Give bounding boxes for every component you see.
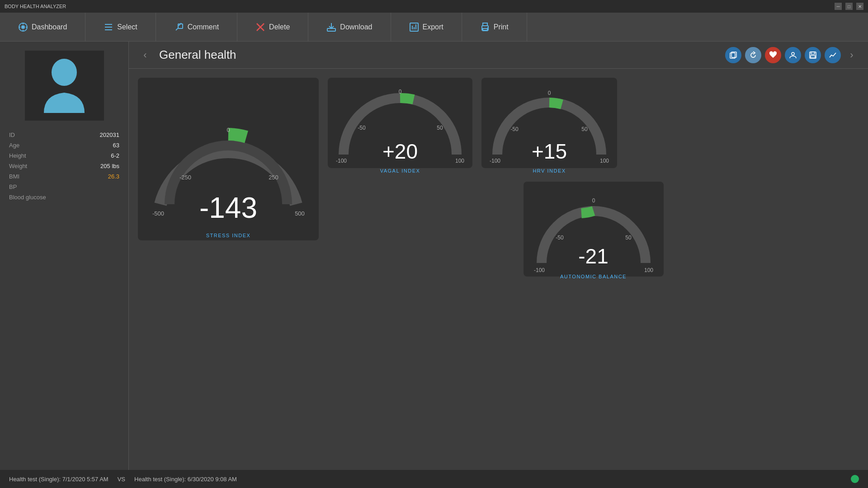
svg-text:-250: -250 [179,174,191,181]
id-label: ID [9,131,15,138]
download-icon [326,22,336,32]
heart-tool-button[interactable] [765,47,781,63]
bmi-value: 26.3 [108,173,119,180]
user-age-row: Age 63 [9,140,119,150]
svg-text:0: 0 [226,127,230,133]
maximize-button[interactable]: □ [845,3,853,10]
toolbar-comment-label: Comment [188,23,219,31]
save-tool-button[interactable] [805,47,821,63]
bmi-label: BMI [9,173,19,180]
comment-icon [174,22,184,32]
svg-text:50: 50 [581,126,588,132]
top-gauges-row: -100 -50 0 50 100 +20 VAGAL INDEX [328,78,859,177]
copy-tool-button[interactable] [725,47,741,63]
user-bmi-row: BMI 26.3 [9,171,119,182]
toolbar-delete[interactable]: Delete [237,13,308,41]
status-vs: VS [118,476,125,483]
svg-rect-21 [483,23,487,26]
hrv-label: HRV INDEX [481,168,617,174]
status-test1: Health test (Single): 7/1/2020 5:57 AM [9,476,108,483]
user-id-row: ID 202031 [9,130,119,140]
right-gauges: -100 -50 0 50 100 +20 VAGAL INDEX [328,78,859,286]
user-weight-row: Weight 205 lbs [9,161,119,171]
stress-gauge: -500 -250 0 250 500 -143 STRESS INDEX [138,78,319,249]
window-controls[interactable]: ─ □ ✕ [835,3,863,10]
toolbar-export-label: Export [423,23,443,31]
svg-text:0: 0 [548,90,551,96]
user-height-row: Height 6-2 [9,150,119,161]
toolbar-print[interactable]: Print [462,13,527,41]
export-icon [409,22,419,32]
print-icon [480,22,490,32]
svg-text:50: 50 [625,235,632,241]
svg-text:-50: -50 [556,235,564,241]
svg-point-24 [52,59,77,86]
status-test2: Health test (Single): 6/30/2020 9:08 AM [134,476,237,483]
svg-text:-50: -50 [510,126,519,132]
toolbar-dashboard[interactable]: Dashboard [0,13,85,41]
sidebar: ID 202031 Age 63 Height 6-2 Weight 205 l… [0,42,129,470]
toolbar-comment[interactable]: Comment [156,13,237,41]
autonomic-gauge: -100 -50 0 50 100 -21 AUTONOMIC BALANCE [524,182,664,286]
app-title: BODY HEALTH ANALYZER [5,4,66,9]
toolbar-select-label: Select [117,23,137,31]
autonomic-label: AUTONOMIC BALANCE [524,274,664,279]
id-value: 202031 [100,131,119,138]
status-indicator [851,475,859,483]
svg-point-27 [792,52,794,55]
weight-label: Weight [9,163,27,169]
stress-label: STRESS INDEX [138,233,319,238]
back-arrow[interactable]: ‹ [138,48,152,62]
svg-point-1 [21,25,25,29]
vagal-gauge: -100 -50 0 50 100 +20 VAGAL INDEX [328,78,472,177]
avatar [25,51,104,121]
toolbar-download[interactable]: Download [308,13,391,41]
page-header: ‹ General health [129,42,868,69]
hrv-value: +15 [481,139,617,164]
dashboard-icon [18,22,28,32]
user-info: ID 202031 Age 63 Height 6-2 Weight 205 l… [9,130,119,202]
stress-value: -143 [138,191,319,225]
svg-rect-29 [811,52,815,54]
svg-text:250: 250 [269,174,278,181]
gauges-area: -500 -250 0 250 500 -143 STRESS INDEX [129,69,868,470]
bp-label: BP [9,183,17,190]
height-value: 6-2 [111,152,119,159]
hrv-gauge: -100 -50 0 50 100 +15 HRV INDEX [481,78,617,177]
svg-text:50: 50 [437,125,443,131]
bottom-gauge-row: -100 -50 0 50 100 -21 AUTONOMIC BALANCE [328,182,859,286]
user-bp-row: BP [9,182,119,192]
svg-rect-30 [811,56,815,58]
toolbar-export[interactable]: Export [391,13,462,41]
svg-point-23 [487,27,488,28]
titlebar: BODY HEALTH ANALYZER ─ □ ✕ [0,0,868,13]
toolbar-dashboard-label: Dashboard [32,23,67,31]
toolbar-select[interactable]: Select [85,13,156,41]
statusbar: Health test (Single): 7/1/2020 5:57 AM V… [0,470,868,488]
svg-rect-22 [483,28,487,31]
page-tools: › [725,47,859,63]
minimize-button[interactable]: ─ [835,3,842,10]
toolbar-print-label: Print [494,23,509,31]
vagal-label: VAGAL INDEX [328,168,472,174]
weight-value: 205 lbs [100,163,119,169]
age-value: 63 [113,142,119,149]
toolbar: Dashboard Select Comment D [0,13,868,42]
content-area: ‹ General health [129,42,868,470]
select-icon [104,22,113,32]
forward-arrow[interactable]: › [844,48,859,62]
svg-text:0: 0 [592,197,595,204]
main-area: ID 202031 Age 63 Height 6-2 Weight 205 l… [0,42,868,470]
glucose-label: Blood glucose [9,194,46,201]
refresh-tool-button[interactable] [745,47,761,63]
close-button[interactable]: ✕ [856,3,863,10]
toolbar-download-label: Download [340,23,372,31]
delete-icon [255,22,265,32]
chart-tool-button[interactable] [825,47,841,63]
person-tool-button[interactable] [785,47,801,63]
vagal-value: +20 [328,139,472,164]
page-title: General health [159,48,718,62]
user-glucose-row: Blood glucose [9,192,119,202]
age-label: Age [9,142,19,149]
height-label: Height [9,152,26,159]
